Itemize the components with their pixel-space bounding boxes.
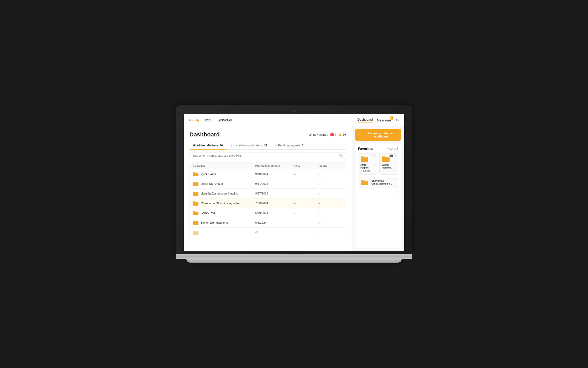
favorites-grid: ✕ Amit Parpani ⚠ xyxy=(358,153,398,188)
activation-date: 5/5/2024 xyxy=(255,221,293,224)
main-content: Dashboard 24 new alerts : ● 4 xyxy=(184,126,404,251)
folder-icon xyxy=(193,201,199,206)
customer-cell: Chandrima Office testing setup xyxy=(193,201,255,206)
right-panel: + Assign a customer installation Favorit… xyxy=(352,126,404,251)
favorite-star[interactable]: ☆ xyxy=(318,211,343,215)
customer-name: ckatsfits@ahgnj.com Katsfits xyxy=(201,192,238,195)
table-row[interactable]: David US Arnaud 9/11/2024 — ☆ xyxy=(190,179,346,189)
favorite-name: Amit Parpani xyxy=(360,163,375,169)
alerts-value: — xyxy=(293,202,318,205)
alerts-value: — xyxy=(293,221,318,224)
table-row[interactable]: ckatsfits@ahgnj.com Katsfits 8/17/2024 —… xyxy=(190,189,346,198)
tabs-bar: ☰ All installations 36 ⚠ Installations w… xyxy=(190,142,346,150)
activation-date: 4/... xyxy=(255,231,293,234)
customer-cell: Switch Domosapiens xyxy=(193,220,255,225)
col-date: Hub Activation date xyxy=(255,164,293,167)
customer-cell: David US Arnaud xyxy=(193,181,255,186)
favorite-star[interactable]: ★ xyxy=(318,201,343,205)
activation-date: 7/30/2024 xyxy=(255,202,293,205)
servego-logo: ServeGo xyxy=(215,118,232,122)
alert-triangle-icon: ⚠ xyxy=(360,170,362,172)
tab-all-installations[interactable]: ☰ All installations 36 xyxy=(190,142,227,150)
table-row[interactable]: Chandrima Office testing setup 7/30/2024… xyxy=(190,198,346,208)
close-favorite-icon[interactable]: ✕ xyxy=(394,178,396,181)
folder-icon xyxy=(193,181,199,186)
assign-customer-button[interactable]: + Assign a customer installation xyxy=(355,129,401,141)
alerts-summary: 24 new alerts : ● 4 ! xyxy=(309,133,346,136)
search-bar[interactable]: 🔍 xyxy=(190,152,346,159)
col-customer: Customer xyxy=(193,164,255,167)
favorite-star[interactable]: ☆ xyxy=(318,221,343,225)
activation-date: 9/11/2024 xyxy=(255,182,293,185)
table-row[interactable]: ... 4/... — ☆ xyxy=(190,228,346,237)
tab-pending-count: 0 xyxy=(302,144,303,147)
table-row[interactable]: Tyler Evans 9/18/2024 — ☆ xyxy=(190,169,346,179)
favorite-folder-icon xyxy=(360,179,369,186)
favorite-star[interactable]: ☆ xyxy=(318,182,343,186)
tab-all-icon: ☰ xyxy=(193,144,196,147)
somfy-logo: somfy PRO xyxy=(189,118,212,122)
folder-icon xyxy=(193,230,199,235)
favorite-card[interactable]: +1 ✕ Daniel Niemirka xyxy=(379,153,398,175)
table-row[interactable]: Switch Domosapiens 5/5/2024 — ☆ xyxy=(190,218,346,228)
favorite-star[interactable]: ☆ xyxy=(318,192,343,196)
page-title: Dashboard xyxy=(190,131,220,138)
customer-cell: ckatsfits@ahgnj.com Katsfits xyxy=(193,191,255,196)
settings-icon[interactable]: ⚙ xyxy=(396,118,399,122)
favorite-star[interactable]: ☆ xyxy=(318,231,343,234)
search-icon[interactable]: 🔍 xyxy=(339,154,343,157)
favorite-name: ChandrimaOffice testing se... xyxy=(371,180,392,185)
plus-badge: +1 xyxy=(390,155,393,157)
favorites-count: 3 out of 5 xyxy=(387,147,398,150)
favorite-card[interactable]: ✕ Amit Parpani ⚠ xyxy=(358,153,377,175)
dashboard-header: Dashboard 24 new alerts : ● 4 xyxy=(190,131,346,138)
favorite-name: Daniel Niemirka xyxy=(382,163,396,169)
favorite-card[interactable]: ✕ ChandrimaOffice testing se... xyxy=(358,177,398,188)
favorite-alert: ⚠ 1/4/2024 xyxy=(360,170,375,172)
favorites-title: Favorites xyxy=(358,147,373,151)
customer-name: Chandrima Office testing setup xyxy=(201,202,240,205)
activation-date: 6/19/2024 xyxy=(255,211,293,214)
activation-date: 8/17/2024 xyxy=(255,192,293,195)
customer-name: Tyler Evans xyxy=(201,172,216,176)
alerts-value: — xyxy=(293,172,318,176)
table-header: Customer Hub Activation date Alerts Acti… xyxy=(190,162,346,169)
search-input[interactable] xyxy=(192,154,339,157)
laptop-base xyxy=(176,254,412,259)
col-actions: Actions xyxy=(318,164,343,167)
red-alert-badge: ● 4 xyxy=(330,133,336,136)
folder-icon xyxy=(193,211,199,215)
somfy-brand-icon: somfy xyxy=(189,118,203,122)
messages-nav-link[interactable]: Messages 3 xyxy=(377,118,391,122)
customer-cell: ... xyxy=(193,230,255,235)
table-row[interactable]: Somfy Pod 6/19/2024 — ☆ xyxy=(190,208,346,218)
laptop-bottom xyxy=(186,259,402,263)
tab-alerts[interactable]: ⚠ Installations with alerts 27 xyxy=(227,142,271,150)
close-favorite-icon[interactable]: ✕ xyxy=(373,155,375,157)
col-alerts: Alerts xyxy=(293,164,318,167)
nav-logo: somfy PRO ServeGo xyxy=(189,118,232,122)
folder-icon xyxy=(193,191,199,196)
top-nav: somfy PRO ServeGo Dashboard Messages 3 xyxy=(184,114,404,126)
activation-date: 9/18/2024 xyxy=(255,172,293,176)
favorites-header: Favorites 3 out of 5 xyxy=(358,147,398,151)
folder-icon xyxy=(193,220,199,225)
close-favorite-icon[interactable]: ✕ xyxy=(394,155,396,157)
dashboard-nav-link[interactable]: Dashboard xyxy=(358,118,373,122)
svg-text:somfy: somfy xyxy=(191,119,200,122)
yellow-alert-badge: ! 20 xyxy=(338,133,346,136)
installations-table: Customer Hub Activation date Alerts Acti… xyxy=(190,162,346,237)
alert-date: 1/4/2024 xyxy=(363,170,371,172)
folder-icon xyxy=(193,172,199,176)
customer-cell: Tyler Evans xyxy=(193,172,255,176)
tab-alerts-icon: ⚠ xyxy=(230,144,233,147)
red-alert-icon: ● xyxy=(330,133,334,136)
favorite-folder-icon xyxy=(360,156,369,162)
favorite-folder-icon xyxy=(382,156,390,162)
pro-badge: PRO xyxy=(204,119,212,122)
share-icon[interactable]: ↪ xyxy=(396,190,398,194)
favorite-star[interactable]: ☆ xyxy=(318,172,343,176)
tab-pending[interactable]: ⊘ Pending requests 0 xyxy=(271,142,307,150)
svg-text:!: ! xyxy=(340,134,340,136)
customer-name: Switch Domosapiens xyxy=(201,221,228,224)
